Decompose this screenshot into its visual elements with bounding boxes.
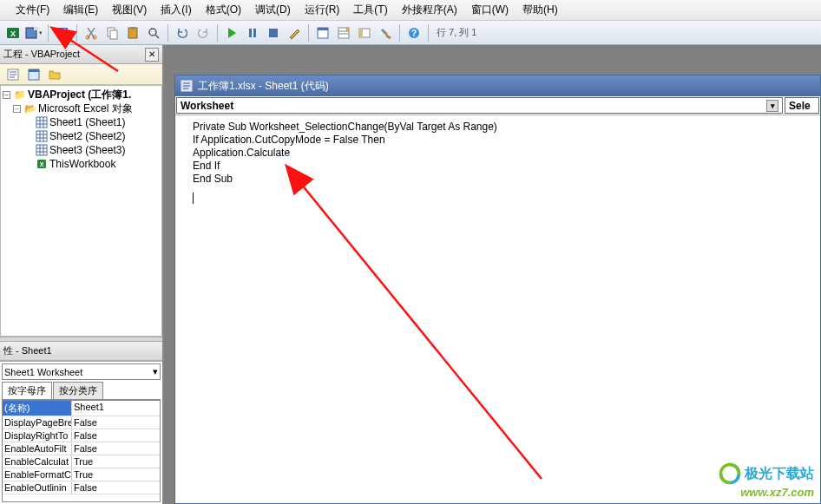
property-row[interactable]: EnableCalculatTrue [3,455,160,468]
object-combo[interactable]: Worksheet ▾ [176,97,783,114]
undo-button[interactable] [173,23,192,43]
watermark-url: www.xz7.com [718,486,814,499]
tree-folder[interactable]: – 📂 Microsoft Excel 对象 [3,101,160,115]
property-value[interactable]: True [72,455,160,468]
tab-categorized[interactable]: 按分类序 [53,382,103,399]
menu-edit[interactable]: 编辑(E) [56,3,105,17]
project-panel-header: 工程 - VBAProject ✕ [0,45,162,64]
menu-file[interactable]: 文件(F) [9,3,56,17]
tree-sheet1[interactable]: Sheet1 (Sheet1) [3,115,160,129]
collapse-icon[interactable]: – [13,105,21,113]
help-button[interactable]: ? [404,23,424,43]
sheet-icon [36,130,48,142]
tree-thisworkbook[interactable]: X ThisWorkbook [3,157,160,171]
project-explorer-button[interactable] [313,23,332,43]
properties-panel-header: 性 - Sheet1 [0,342,162,361]
property-value[interactable]: False [72,429,160,442]
property-value[interactable]: False [72,481,160,494]
insert-module-button[interactable]: ▾ [24,23,43,43]
svg-rect-38 [36,131,47,141]
svg-rect-16 [253,29,256,37]
mdi-area: 工作簿1.xlsx - Sheet1 (代码) Worksheet ▾ Sele… [164,45,821,504]
menu-tools[interactable]: 工具(T) [346,3,394,17]
view-code-button[interactable] [3,65,23,84]
svg-rect-15 [249,29,252,37]
property-name: EnableFormatCo [3,468,72,481]
svg-rect-17 [269,29,278,37]
toolbar: X ▾ ? 行 7, 列 1 [0,21,821,45]
property-row[interactable]: (名称)Sheet1 [3,401,160,416]
cut-button[interactable] [82,23,101,43]
property-value[interactable]: False [72,416,160,429]
view-excel-button[interactable]: X [3,23,23,43]
code-window-titlebar[interactable]: 工作簿1.xlsx - Sheet1 (代码) [175,75,820,96]
menu-insert[interactable]: 插入(I) [154,3,198,17]
view-object-button[interactable] [24,65,43,84]
menu-run[interactable]: 运行(R) [298,3,347,17]
svg-rect-3 [34,27,38,30]
property-name: DisplayRightTo [3,429,72,442]
svg-rect-32 [29,69,39,72]
design-mode-button[interactable] [285,23,304,43]
reset-button[interactable] [264,23,283,43]
menu-window[interactable]: 窗口(W) [464,3,516,17]
menu-debug[interactable]: 调试(D) [248,3,298,17]
chevron-down-icon: ▾ [153,366,158,377]
svg-line-14 [155,35,159,38]
property-row[interactable]: EnableAutoFiltFalse [3,442,160,455]
code-editor[interactable]: Private Sub Worksheet_SelectionChange(By… [175,115,820,214]
svg-text:?: ? [411,29,417,38]
menu-addins[interactable]: 外接程序(A) [395,3,464,17]
sheet-icon [36,144,48,156]
menu-format[interactable]: 格式(O) [199,3,248,17]
properties-panel: Sheet1 Worksheet▾ 按字母序 按分类序 (名称)Sheet1Di… [0,361,162,504]
svg-point-13 [149,29,156,36]
property-row[interactable]: DisplayRightToFalse [3,429,160,442]
break-button[interactable] [243,23,262,43]
project-icon: 📁 [14,89,26,101]
property-name: EnableOutlinin [3,481,72,494]
code-window-title: 工作簿1.xlsx - Sheet1 (代码) [198,79,329,94]
tab-alphabetic[interactable]: 按字母序 [2,382,52,399]
property-row[interactable]: EnableFormatCoTrue [3,468,160,481]
folder-icon: 📂 [24,103,36,115]
watermark-name: 极光下载站 [745,466,814,481]
tree-sheet3[interactable]: Sheet3 (Sheet3) [3,143,160,157]
menu-help[interactable]: 帮助(H) [516,3,565,17]
procedure-combo[interactable]: Sele [785,97,819,114]
properties-grid[interactable]: (名称)Sheet1DisplayPageBreFalseDisplayRigh… [2,400,161,502]
project-panel-title: 工程 - VBAProject [3,48,80,61]
properties-object-combo[interactable]: Sheet1 Worksheet▾ [2,363,161,380]
code-line: Application.Calculate [193,147,813,160]
properties-button[interactable] [334,23,353,43]
menu-bar: 文件(F) 编辑(E) 视图(V) 插入(I) 格式(O) 调试(D) 运行(R… [0,0,821,21]
menu-view[interactable]: 视图(V) [105,3,154,17]
paste-button[interactable] [123,23,142,43]
tree-root[interactable]: – 📁 VBAProject (工作簿1. [3,88,160,101]
object-browser-button[interactable] [355,23,374,43]
property-name: EnableAutoFilt [3,442,72,455]
project-tree[interactable]: – 📁 VBAProject (工作簿1. – 📂 Microsoft Exce… [0,85,162,337]
tree-sheet2[interactable]: Sheet2 (Sheet2) [3,129,160,143]
property-value[interactable]: True [72,468,160,481]
toolbox-button[interactable] [376,23,395,43]
svg-rect-6 [60,34,65,37]
property-row[interactable]: DisplayPageBreFalse [3,416,160,429]
collapse-icon[interactable]: – [3,91,10,99]
watermark-logo-icon [718,461,742,486]
property-row[interactable]: EnableOutlininFalse [3,481,160,494]
property-value[interactable]: Sheet1 [72,401,160,416]
run-button[interactable] [222,23,241,43]
redo-button[interactable] [194,23,213,43]
copy-button[interactable] [102,23,122,43]
project-panel-close-button[interactable]: ✕ [145,48,159,62]
property-value[interactable]: False [72,442,160,455]
svg-rect-12 [131,27,135,29]
code-window-icon [181,80,193,92]
svg-rect-24 [359,29,363,37]
cursor-position-label: 行 7, 列 1 [433,26,480,39]
svg-rect-43 [36,145,47,155]
save-button[interactable] [53,23,72,43]
find-button[interactable] [144,23,163,43]
toggle-folders-button[interactable] [45,65,64,84]
